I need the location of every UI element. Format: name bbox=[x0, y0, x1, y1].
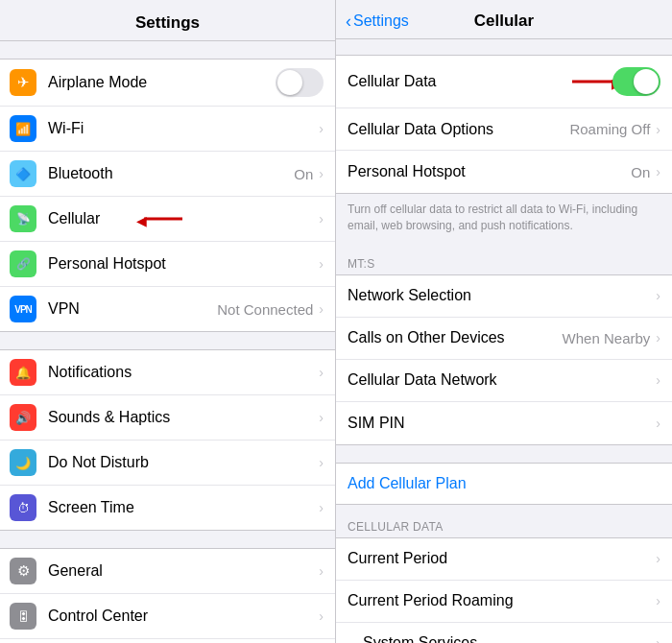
donotdisturb-label: Do Not Disturb bbox=[48, 454, 317, 471]
cellular-data-network-label: Cellular Data Network bbox=[348, 371, 654, 389]
right-panel: ‹ Settings Cellular Cellular Data ▶ Cell… bbox=[336, 0, 672, 643]
screentime-chevron: › bbox=[319, 500, 324, 515]
calls-other-value: When Nearby bbox=[563, 330, 651, 346]
cellular-info-text: Turn off cellular data to restrict all d… bbox=[336, 194, 672, 242]
personal-hotspot-item[interactable]: Personal Hotspot On › bbox=[336, 151, 672, 193]
notifications-icon: 🔔 bbox=[10, 359, 36, 386]
general-chevron: › bbox=[319, 563, 324, 579]
donotdisturb-icon: 🌙 bbox=[10, 449, 36, 476]
vpn-icon: VPN bbox=[10, 296, 36, 322]
sidebar-item-controlcenter[interactable]: 🎛 Control Center › bbox=[0, 594, 335, 639]
cellular-data-network-item[interactable]: Cellular Data Network › bbox=[336, 360, 672, 402]
wifi-label: Wi-Fi bbox=[48, 120, 317, 137]
sidebar-item-bluetooth[interactable]: 🔷 Bluetooth On › bbox=[0, 152, 335, 197]
wifi-chevron: › bbox=[319, 121, 324, 136]
sidebar-item-sounds[interactable]: 🔊 Sounds & Haptics › bbox=[0, 395, 335, 441]
controlcenter-label: Control Center bbox=[48, 607, 317, 625]
vpn-value: Not Connected bbox=[217, 301, 313, 318]
cellular-data-options-item[interactable]: Cellular Data Options Roaming Off › bbox=[336, 108, 672, 151]
controlcenter-chevron: › bbox=[319, 608, 324, 624]
sounds-chevron: › bbox=[319, 410, 324, 425]
current-period-chevron: › bbox=[656, 551, 660, 566]
calls-other-chevron: › bbox=[656, 330, 660, 345]
sidebar-item-vpn[interactable]: VPN VPN Not Connected › bbox=[0, 287, 335, 331]
sidebar-item-donotdisturb[interactable]: 🌙 Do Not Disturb › bbox=[0, 441, 335, 486]
page-title: Cellular bbox=[474, 12, 534, 31]
cellular-data-options-chevron: › bbox=[656, 122, 660, 137]
sounds-label: Sounds & Haptics bbox=[48, 409, 317, 426]
bluetooth-chevron: › bbox=[319, 166, 324, 181]
airplane-toggle[interactable] bbox=[276, 68, 324, 97]
personal-hotspot-chevron: › bbox=[656, 164, 660, 179]
back-chevron-icon: ‹ bbox=[346, 12, 351, 32]
sim-pin-item[interactable]: SIM PIN › bbox=[336, 402, 672, 444]
calls-other-item[interactable]: Calls on Other Devices When Nearby › bbox=[336, 318, 672, 360]
hotspot-icon: 🔗 bbox=[10, 250, 36, 277]
current-period-label: Current Period bbox=[348, 550, 654, 567]
cellular-label: Cellular bbox=[48, 210, 317, 227]
mts-section-label: MT:S bbox=[336, 251, 672, 274]
network-selection-chevron: › bbox=[656, 288, 660, 303]
sidebar-item-airplane[interactable]: ✈ Airplane Mode bbox=[0, 60, 335, 107]
calls-other-label: Calls on Other Devices bbox=[348, 329, 563, 346]
system-services-item[interactable]: System Services › bbox=[336, 623, 672, 643]
cellular-data-network-chevron: › bbox=[656, 372, 660, 388]
sim-pin-chevron: › bbox=[656, 416, 660, 431]
group-connectivity: ✈ Airplane Mode 📶 Wi-Fi › 🔷 Bluetooth On… bbox=[0, 59, 335, 332]
vpn-chevron: › bbox=[319, 301, 324, 317]
cellular-chevron: › bbox=[319, 211, 324, 226]
sim-pin-label: SIM PIN bbox=[348, 415, 654, 432]
wifi-icon: 📶 bbox=[10, 115, 36, 142]
left-header: Settings bbox=[0, 0, 335, 41]
notifications-label: Notifications bbox=[48, 364, 317, 381]
cellular-data-group: Current Period › Current Period Roaming … bbox=[336, 537, 672, 643]
airplane-label: Airplane Mode bbox=[48, 74, 276, 91]
personal-hotspot-value: On bbox=[631, 164, 650, 180]
mts-group: Network Selection › Calls on Other Devic… bbox=[336, 274, 672, 445]
back-button[interactable]: ‹ Settings bbox=[346, 12, 409, 32]
back-label: Settings bbox=[353, 12, 409, 30]
donotdisturb-chevron: › bbox=[319, 455, 324, 470]
cellular-data-section-label: CELLULAR DATA bbox=[336, 514, 672, 537]
network-selection-label: Network Selection bbox=[348, 287, 654, 304]
hotspot-chevron: › bbox=[319, 256, 324, 272]
screentime-label: Screen Time bbox=[48, 499, 317, 516]
current-period-item[interactable]: Current Period › bbox=[336, 538, 672, 581]
vpn-label: VPN bbox=[48, 300, 217, 318]
group-system: 🔔 Notifications › 🔊 Sounds & Haptics › 🌙… bbox=[0, 349, 335, 531]
sidebar-item-general[interactable]: ⚙ General › bbox=[0, 549, 335, 594]
bluetooth-value: On bbox=[294, 166, 313, 182]
airplane-icon: ✈ bbox=[10, 69, 36, 96]
group-appearance: ⚙ General › 🎛 Control Center › ☀ Display… bbox=[0, 548, 335, 643]
sounds-icon: 🔊 bbox=[10, 404, 36, 431]
cellular-top-group: Cellular Data ▶ Cellular Data Options Ro… bbox=[336, 55, 672, 194]
sidebar-item-hotspot[interactable]: 🔗 Personal Hotspot › bbox=[0, 242, 335, 287]
add-cellular-plan-button[interactable]: Add Cellular Plan bbox=[336, 463, 672, 505]
cellular-data-options-label: Cellular Data Options bbox=[348, 121, 569, 138]
bluetooth-icon: 🔷 bbox=[10, 160, 36, 187]
current-period-roaming-chevron: › bbox=[656, 593, 660, 608]
cellular-data-item[interactable]: Cellular Data ▶ bbox=[336, 56, 672, 108]
current-period-roaming-item[interactable]: Current Period Roaming › bbox=[336, 581, 672, 623]
sidebar-item-display[interactable]: ☀ Display & Brightness › bbox=[0, 639, 335, 643]
general-label: General bbox=[48, 562, 317, 580]
controlcenter-icon: 🎛 bbox=[10, 603, 36, 630]
sidebar-item-notifications[interactable]: 🔔 Notifications › bbox=[0, 350, 335, 395]
cellular-data-toggle[interactable] bbox=[612, 67, 660, 96]
personal-hotspot-label: Personal Hotspot bbox=[348, 163, 631, 180]
screentime-icon: ⏱ bbox=[10, 494, 36, 521]
sidebar-item-cellular[interactable]: 📡 Cellular ◀ › bbox=[0, 197, 335, 242]
notifications-chevron: › bbox=[319, 365, 324, 380]
sidebar-item-wifi[interactable]: 📶 Wi-Fi › bbox=[0, 107, 335, 152]
network-selection-item[interactable]: Network Selection › bbox=[336, 275, 672, 318]
cellular-icon: 📡 bbox=[10, 205, 36, 232]
cellular-data-label: Cellular Data bbox=[348, 73, 612, 90]
general-icon: ⚙ bbox=[10, 558, 36, 584]
sidebar-item-screentime[interactable]: ⏱ Screen Time › bbox=[0, 486, 335, 530]
system-services-chevron: › bbox=[656, 635, 660, 643]
current-period-roaming-label: Current Period Roaming bbox=[348, 592, 654, 609]
hotspot-label: Personal Hotspot bbox=[48, 255, 317, 273]
cellular-data-options-value: Roaming Off bbox=[569, 121, 650, 137]
left-panel: Settings ✈ Airplane Mode 📶 Wi-Fi › 🔷 Blu… bbox=[0, 0, 336, 643]
nav-bar: ‹ Settings Cellular bbox=[336, 0, 672, 39]
